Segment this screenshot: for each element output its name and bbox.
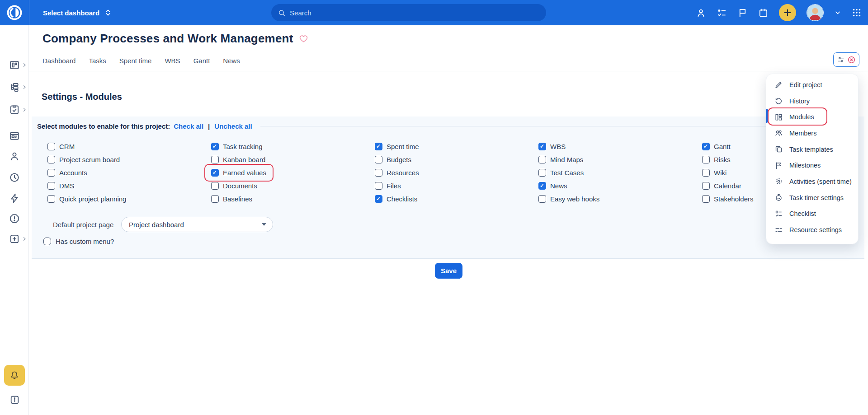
sidebar-item-tasks[interactable] <box>0 104 29 116</box>
module-checkbox-test-cases[interactable]: Test Cases <box>538 169 702 177</box>
module-checkbox-earned-values[interactable]: Earned values <box>211 169 375 177</box>
module-checkbox-gantt[interactable]: Gantt <box>702 143 754 150</box>
module-checkbox-quick-project-planning[interactable]: Quick project planning <box>47 195 211 203</box>
menu-item-resource-settings[interactable]: Resource settings <box>766 222 858 238</box>
tabs-underline <box>29 71 868 71</box>
app-logo[interactable] <box>0 0 29 25</box>
checkbox-icon[interactable] <box>375 195 382 203</box>
sidebar-item-wbs[interactable] <box>0 81 29 93</box>
sidebar-item-add[interactable] <box>0 233 29 245</box>
menu-item-task-timer-settings[interactable]: Task timer settings <box>766 190 858 206</box>
module-checkbox-dms[interactable]: DMS <box>47 182 211 190</box>
checkbox-icon[interactable] <box>538 156 546 163</box>
user-icon[interactable] <box>696 8 706 18</box>
close-icon[interactable] <box>847 56 856 64</box>
project-settings-button[interactable] <box>833 52 859 67</box>
module-checkbox-task-tracking[interactable]: Task tracking <box>211 143 375 150</box>
module-checkbox-budgets[interactable]: Budgets <box>375 156 538 163</box>
sidebar-item-quick-actions[interactable] <box>0 192 29 204</box>
flag-icon[interactable] <box>737 8 748 18</box>
tab-news[interactable]: News <box>223 57 240 65</box>
tab-gantt[interactable]: Gantt <box>193 57 210 65</box>
menu-item-milestones[interactable]: Milestones <box>766 157 858 173</box>
checkbox-icon[interactable] <box>211 182 219 190</box>
sidebar-item-alerts[interactable] <box>0 213 29 224</box>
checkbox-icon[interactable] <box>702 169 710 177</box>
checkbox-icon[interactable] <box>47 182 55 190</box>
save-button[interactable]: Save <box>435 263 462 279</box>
sidebar-item-users[interactable] <box>0 150 29 162</box>
menu-item-checklist[interactable]: Checklist <box>766 206 858 222</box>
chevron-down-icon[interactable] <box>834 9 841 16</box>
checkbox-icon[interactable] <box>375 182 382 190</box>
menu-item-modules[interactable]: Modules <box>766 109 858 125</box>
checkbox-icon[interactable] <box>47 195 55 203</box>
checkbox-icon[interactable] <box>211 156 219 163</box>
module-checkbox-stakeholders[interactable]: Stakeholders <box>702 195 754 203</box>
checkbox-icon[interactable] <box>538 169 546 177</box>
menu-item-history[interactable]: History <box>766 93 858 109</box>
sidebar-item-projects[interactable] <box>0 59 29 71</box>
module-checkbox-documents[interactable]: Documents <box>211 182 375 190</box>
checkbox-icon[interactable] <box>702 156 710 163</box>
tab-spent-time[interactable]: Spent time <box>119 57 152 65</box>
checkbox-icon[interactable] <box>538 182 546 190</box>
sidebar-item-info[interactable] <box>0 394 29 406</box>
apps-grid-icon[interactable] <box>852 8 862 18</box>
has-custom-menu-checkbox[interactable]: Has custom menu? <box>43 238 114 245</box>
checkbox-icon[interactable] <box>211 195 219 203</box>
module-checkbox-accounts[interactable]: Accounts <box>47 169 211 177</box>
module-checkbox-baselines[interactable]: Baselines <box>211 195 375 203</box>
tab-wbs[interactable]: WBS <box>165 57 180 65</box>
menu-item-members[interactable]: Members <box>766 125 858 141</box>
module-checkbox-kanban-board[interactable]: Kanban board <box>211 156 375 163</box>
uncheck-all-link[interactable]: Uncheck all <box>214 122 252 130</box>
checkbox-icon[interactable] <box>211 169 219 177</box>
module-checkbox-spent-time[interactable]: Spent time <box>375 143 538 150</box>
module-checkbox-checklists[interactable]: Checklists <box>375 195 538 203</box>
module-checkbox-risks[interactable]: Risks <box>702 156 754 163</box>
menu-item-task-templates[interactable]: Task templates <box>766 141 858 158</box>
add-plus-button[interactable] <box>779 4 796 21</box>
module-checkbox-calendar[interactable]: Calendar <box>702 182 754 190</box>
module-checkbox-project-scrum-board[interactable]: Project scrum board <box>47 156 211 163</box>
module-checkbox-easy-web-hooks[interactable]: Easy web hooks <box>538 195 702 203</box>
tab-dashboard[interactable]: Dashboard <box>42 57 75 65</box>
checkbox-icon[interactable] <box>211 143 219 150</box>
notifications-bell-button[interactable] <box>4 365 25 386</box>
menu-item-activities-spent-time[interactable]: Activities (spent time) <box>766 173 858 190</box>
check-all-link[interactable]: Check all <box>174 122 203 130</box>
favorite-heart-icon[interactable] <box>299 34 308 43</box>
checkbox-icon[interactable] <box>47 169 55 177</box>
module-checkbox-news[interactable]: News <box>538 182 702 190</box>
module-checkbox-files[interactable]: Files <box>375 182 538 190</box>
checkbox-icon[interactable] <box>375 156 382 163</box>
menu-item-edit-project[interactable]: Edit project <box>766 77 858 93</box>
checkbox-icon[interactable] <box>47 143 55 150</box>
avatar[interactable] <box>807 4 824 21</box>
checkbox-icon[interactable] <box>702 182 710 190</box>
module-checkbox-mind-maps[interactable]: Mind Maps <box>538 156 702 163</box>
default-project-page-select[interactable]: Project dashboard <box>121 217 273 232</box>
sidebar-item-spent-time[interactable] <box>0 172 29 183</box>
checkbox-icon[interactable] <box>47 156 55 163</box>
checkbox-icon[interactable] <box>702 195 710 203</box>
checkbox-icon[interactable] <box>538 195 546 203</box>
checkbox-icon[interactable] <box>375 169 382 177</box>
checkbox-icon[interactable] <box>538 143 546 150</box>
module-checkbox-resources[interactable]: Resources <box>375 169 538 177</box>
checkbox-icon[interactable] <box>702 143 710 150</box>
search-input[interactable] <box>290 9 540 17</box>
tab-tasks[interactable]: Tasks <box>89 57 106 65</box>
tasks-checklist-icon[interactable] <box>717 8 727 18</box>
module-checkbox-crm[interactable]: CRM <box>47 143 211 150</box>
checkbox-icon[interactable] <box>43 238 51 245</box>
module-checkbox-wiki[interactable]: Wiki <box>702 169 754 177</box>
checkbox-icon[interactable] <box>375 143 382 150</box>
module-checkbox-wbs[interactable]: WBS <box>538 143 702 150</box>
pencil-icon <box>774 80 783 89</box>
sidebar-item-dashboards[interactable] <box>0 130 29 142</box>
select-dashboard-button[interactable]: Select dashboard <box>43 9 112 17</box>
search-bar[interactable] <box>271 4 546 21</box>
calendar-icon[interactable] <box>758 8 769 18</box>
